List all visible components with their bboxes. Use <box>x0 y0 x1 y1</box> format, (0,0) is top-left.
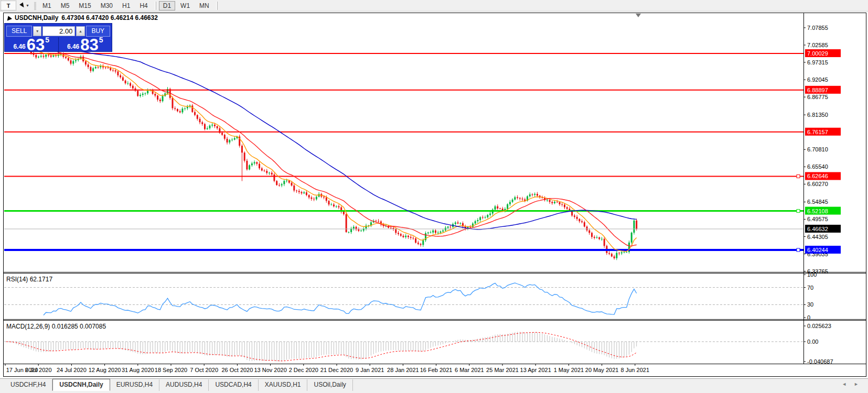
candles <box>6 26 638 260</box>
y-axis-tick-label: 6.92045 <box>807 77 828 83</box>
y-axis-tick-label: 7.02585 <box>807 42 828 48</box>
time-axis[interactable]: 17 Jun 20206 Jul 202024 Jul 202012 Aug 2… <box>5 364 649 373</box>
tab-scroll-left-icon[interactable]: ◄ <box>842 381 846 387</box>
ma-line-mid <box>6 28 637 246</box>
buy-price-prefix: 6.46 <box>67 41 79 52</box>
y-axis-tick-label: 6.97315 <box>807 59 828 66</box>
line-price-label: 7.00029 <box>807 50 828 57</box>
chart-tab-usdcad-h4[interactable]: USDCAD,H4 <box>209 379 258 391</box>
y-axis-tick-label: 6.44305 <box>807 234 828 240</box>
sell-price[interactable]: 6.46 63 5 <box>5 37 59 53</box>
y-axis-tick-label: 6.86775 <box>807 94 828 100</box>
date-tick-label: 7 Oct 2020 <box>190 367 218 373</box>
date-tick-label: 8 Jun 2021 <box>621 367 649 373</box>
line-handle[interactable] <box>797 248 800 252</box>
line-price-label: 6.62646 <box>807 173 828 179</box>
line-handle[interactable] <box>797 210 800 213</box>
chart-tab-usdchf-h4[interactable]: USDCHF,H4 <box>4 379 52 391</box>
rsi-tick-label: 0 <box>807 314 810 321</box>
rsi-line <box>44 283 637 315</box>
date-tick-label: 16 Feb 2021 <box>420 367 453 373</box>
date-tick-label: 20 May 2021 <box>585 367 619 373</box>
sell-price-prefix: 6.46 <box>13 41 25 52</box>
y-axis-tick-label: 6.49575 <box>807 216 828 222</box>
price-axis[interactable]: 7.078557.025856.973156.920456.867756.813… <box>803 25 841 275</box>
y-axis-tick-label: 6.81350 <box>807 112 828 118</box>
buy-price-pip: 5 <box>99 32 103 48</box>
date-tick-label: 9 Jan 2021 <box>356 367 384 373</box>
macd-pane: 0.0256230.00-0.040687 <box>4 323 833 365</box>
chart-tab-audusd-h4[interactable]: AUDUSD,H4 <box>159 379 209 391</box>
tab-scroll-right-icon[interactable]: ► <box>854 381 859 387</box>
date-tick-label: 1 May 2021 <box>554 367 584 373</box>
buy-price[interactable]: 6.46 83 5 <box>59 37 112 53</box>
date-tick-label: 18 Sep 2020 <box>155 367 187 373</box>
line-price-label: 6.52108 <box>807 208 828 214</box>
chart-tab-usoil-daily[interactable]: USOil,Daily <box>307 379 352 391</box>
y-axis-tick-label: 6.60270 <box>807 181 828 187</box>
date-tick-label: 28 Jan 2021 <box>387 367 419 373</box>
chart-tab-bar: USDCHF,H4USDCNH,DailyEURUSD,H4AUDUSD,H4U… <box>0 378 868 393</box>
date-tick-label: 26 Oct 2020 <box>221 367 253 373</box>
rsi-pane: 10070300 <box>4 271 817 321</box>
terminal-window: T ▾ M1M5M15M30H1H4D1W1MN 7.078557.025856… <box>0 0 868 393</box>
chart-marker-icon <box>6 15 12 21</box>
chart-tab-usdcnh-daily[interactable]: USDCNH,Daily <box>52 379 110 391</box>
line-handle[interactable] <box>797 174 800 178</box>
macd-tick-label: -0.040687 <box>807 358 833 365</box>
macd-tick-label: 0.00 <box>807 339 818 345</box>
chart-shift-marker[interactable] <box>636 14 641 17</box>
date-tick-label: 6 Mar 2021 <box>455 367 484 373</box>
rsi-tick-label: 100 <box>807 271 817 278</box>
date-tick-label: 24 Jul 2020 <box>57 367 87 373</box>
rsi-tick-label: 70 <box>807 285 813 291</box>
line-price-label: 6.88897 <box>807 87 828 93</box>
date-tick-label: 13 Apr 2021 <box>520 367 551 373</box>
moving-averages <box>6 28 637 252</box>
date-tick-label: 25 Mar 2021 <box>486 367 519 373</box>
date-tick-label: 31 Aug 2020 <box>122 367 154 373</box>
y-axis-tick-label: 7.07855 <box>807 25 828 31</box>
lot-increase-button[interactable]: ▲ <box>76 26 84 36</box>
symbol-period-label: USDCNH,Daily <box>15 14 58 21</box>
y-axis-tick-label: 6.65540 <box>807 163 828 170</box>
spin-down-icon: ▼ <box>36 29 39 33</box>
chart-frame <box>4 13 866 377</box>
y-axis-tick-label: 6.70810 <box>807 146 828 152</box>
date-tick-label: 21 Dec 2020 <box>320 367 353 373</box>
one-click-trading-panel: SELL ▼ ▲ BUY 6.46 63 5 6.46 83 5 <box>4 23 112 52</box>
macd-indicator-label: MACD(12,26,9) 0.016285 0.007085 <box>6 323 106 330</box>
spin-up-icon: ▲ <box>79 29 82 33</box>
chart-tab-eurusd-h4[interactable]: EURUSD,H4 <box>110 379 159 391</box>
macd-tick-label: 0.025623 <box>807 323 831 329</box>
date-tick-label: 6 Jul 2020 <box>25 367 52 373</box>
line-price-label: 6.76157 <box>807 129 828 135</box>
ohlc-values: 6.47304 6.47420 6.46214 6.46632 <box>61 14 158 21</box>
chart-canvas: 7.078557.025856.973156.920456.867756.813… <box>0 0 868 393</box>
y-axis-tick-label: 6.54845 <box>807 199 828 205</box>
horizontal-level-lines <box>4 53 803 252</box>
chart-title: USDCNH,Daily 6.47304 6.47420 6.46214 6.4… <box>6 14 158 21</box>
tab-scroll-controls: ◄ ► <box>842 379 868 387</box>
buy-button[interactable]: BUY <box>86 26 110 37</box>
ma-line-slow <box>6 28 637 230</box>
lot-decrease-button[interactable]: ▼ <box>33 26 41 36</box>
chart-tab-xauusd-h1[interactable]: XAUUSD,H1 <box>259 379 308 391</box>
sell-price-big: 63 <box>27 38 45 52</box>
buy-price-big: 83 <box>80 38 98 52</box>
date-tick-label: 13 Nov 2020 <box>254 367 286 373</box>
line-price-label: 6.40244 <box>807 247 828 253</box>
rsi-indicator-label: RSI(14) 62.1717 <box>6 276 52 283</box>
sell-price-pip: 5 <box>45 32 49 48</box>
rsi-tick-label: 30 <box>807 301 813 308</box>
date-tick-label: 2 Dec 2020 <box>289 367 318 373</box>
sell-button[interactable]: SELL <box>6 26 32 37</box>
sell-button-label: SELL <box>12 27 27 35</box>
date-tick-label: 12 Aug 2020 <box>89 367 121 373</box>
current-price-label: 6.46632 <box>807 226 828 232</box>
